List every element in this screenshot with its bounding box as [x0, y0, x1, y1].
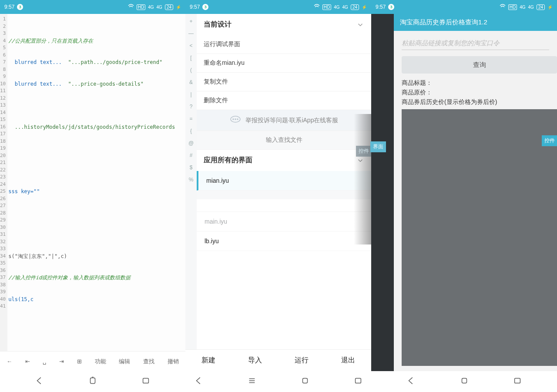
wifi-icon [500, 4, 506, 10]
chevron-down-icon [356, 21, 364, 29]
chevron-down-icon [356, 157, 364, 164]
btn-exit[interactable]: 退出 [341, 356, 355, 365]
drawer-tab-widgets[interactable]: 控件 [542, 135, 557, 146]
tool-find[interactable]: 查找 [143, 358, 154, 365]
tool-undo-arrow[interactable]: ← [7, 358, 12, 365]
section-title: 应用所有的界面 [204, 156, 252, 165]
drawer-tab-ui[interactable]: 界面 [370, 141, 386, 152]
item-copy-file[interactable]: 复制文件 [197, 73, 371, 91]
file-search-input[interactable]: 输入查找文件 [197, 131, 371, 150]
nav-back-icon[interactable] [406, 376, 416, 387]
tool-function[interactable]: 功能 [95, 358, 106, 365]
btn-run[interactable]: 运行 [295, 356, 309, 365]
item-delete-file[interactable]: 删除文件 [197, 91, 371, 110]
status-badge: 3 [17, 4, 23, 10]
sym-paren[interactable]: ( [190, 67, 192, 73]
svg-point-3 [233, 119, 234, 120]
nav-recent-icon[interactable] [353, 376, 363, 387]
signal1-icon: 4G [148, 5, 154, 10]
chat-bubble-icon [230, 115, 241, 125]
tool-grid[interactable]: ⊞ [77, 358, 82, 365]
nav-recent-icon[interactable] [141, 376, 151, 387]
price-history-area: 控件 [402, 109, 557, 366]
charging-icon: ⚡ [176, 5, 181, 10]
sym-hash[interactable]: # [190, 152, 193, 158]
btn-import[interactable]: 导入 [248, 356, 262, 365]
app-title-bar: 淘宝商品历史券后价格查询1.2 [394, 14, 557, 31]
svg-rect-8 [462, 379, 466, 383]
status-bar: 9:57 3 HD 4G 4G 24 ⚡ [0, 0, 185, 14]
code-line: //公共配置部分，只在首页载入存在 [8, 37, 185, 45]
label-product-price: 商品原价： [402, 87, 549, 97]
tool-indent-left[interactable]: ⇤ [25, 358, 30, 365]
svg-rect-9 [514, 379, 520, 383]
signal2-icon: 4G [157, 5, 162, 10]
project-bottom-bar: 新建 导入 运行 退出 [185, 349, 371, 371]
tool-edit[interactable]: 编辑 [119, 358, 130, 365]
sym-brace[interactable]: { [190, 128, 192, 134]
hd-icon: HD [137, 4, 145, 10]
svg-point-4 [235, 119, 236, 120]
nav-back-icon[interactable] [194, 376, 204, 387]
line-gutter: 12345678910 11121314151617181920 2122232… [0, 14, 7, 351]
nav-home-icon[interactable] [88, 376, 97, 387]
svg-rect-1 [143, 379, 149, 383]
file-separator [197, 191, 371, 199]
status-bar: 9:57 3 HD 4G 4G 24 ⚡ [185, 0, 371, 14]
drawer-tab-widgets[interactable]: 控件 [356, 146, 372, 157]
system-nav-bar [371, 371, 557, 392]
status-bar: 9:57 3 HD 4G 4G 24 ⚡ [371, 0, 557, 14]
sym-plus[interactable]: + [189, 18, 192, 24]
section-current-design[interactable]: 当前设计 [197, 14, 371, 35]
sym-at[interactable]: @ [188, 140, 194, 146]
taobao-token-input[interactable]: 粘贴商品链接或复制您的淘宝口令 [402, 37, 549, 50]
nav-home-icon[interactable] [300, 376, 310, 387]
tool-revert[interactable]: 撤销 [168, 358, 179, 365]
file-item-lb[interactable]: lb.iyu [197, 231, 371, 251]
sym-dollar[interactable]: $ [190, 164, 193, 171]
status-time: 9:57 [4, 4, 14, 10]
file-item-mian[interactable]: mian.iyu [197, 171, 371, 191]
editor-toolbar: ← ⇤ ␣ ⇥ ⊞ 功能 编辑 查找 撤销 [0, 351, 185, 371]
btn-new[interactable]: 新建 [201, 356, 215, 365]
customer-service[interactable]: 举报投诉等问题·联系iApp在线客服 [197, 110, 371, 131]
code-body[interactable]: //公共配置部分，只在首页载入存在 blurred text... "...pa… [7, 14, 185, 351]
wifi-icon [128, 4, 134, 10]
tool-space[interactable]: ␣ [43, 358, 46, 365]
section-all-ui[interactable]: 应用所有的界面 [197, 150, 371, 171]
app-preview: 淘宝商品历史券后价格查询1.2 粘贴商品链接或复制您的淘宝口令 查询 商品标题：… [394, 14, 557, 371]
system-nav-bar [185, 371, 371, 392]
svg-rect-7 [355, 379, 361, 383]
item-run-debug[interactable]: 运行调试界面 [197, 35, 371, 54]
sym-pipe[interactable]: | [190, 91, 191, 97]
sym-lt[interactable]: < [189, 43, 192, 49]
sym-brkt[interactable]: [ [190, 55, 191, 61]
file-item-main[interactable]: main.iyu [197, 212, 371, 231]
section-title: 当前设计 [204, 20, 232, 29]
sym-pct[interactable]: % [189, 177, 194, 183]
svg-point-5 [237, 119, 238, 120]
sym-amp[interactable]: & [189, 79, 193, 85]
svg-rect-6 [302, 379, 307, 383]
wifi-icon [314, 4, 320, 10]
sym-q[interactable]: ? [190, 104, 193, 110]
battery-icon: 24 [165, 4, 173, 10]
label-product-title: 商品标题： [402, 78, 549, 87]
nav-recent-icon[interactable] [513, 376, 522, 387]
item-rename[interactable]: 重命名mian.iyu [197, 54, 371, 73]
sym-minus[interactable]: — [188, 30, 194, 37]
label-history-price: 商品券后历史价(显示价格为券后价) [402, 97, 549, 107]
svg-rect-0 [91, 378, 95, 384]
code-editor[interactable]: 12345678910 11121314151617181920 2122232… [0, 14, 185, 351]
nav-menu-icon[interactable] [247, 376, 257, 387]
query-button[interactable]: 查询 [402, 56, 557, 74]
symbol-strip: + — < [ ( & | ? = { @ # $ % [185, 14, 197, 349]
sym-eq[interactable]: = [189, 116, 192, 122]
tool-indent-right[interactable]: ⇥ [59, 358, 64, 365]
nav-back-icon[interactable] [35, 376, 44, 387]
system-nav-bar [0, 371, 185, 392]
designer-left-rail [371, 14, 394, 371]
file-item-blank[interactable] [197, 199, 371, 212]
nav-home-icon[interactable] [460, 376, 469, 387]
